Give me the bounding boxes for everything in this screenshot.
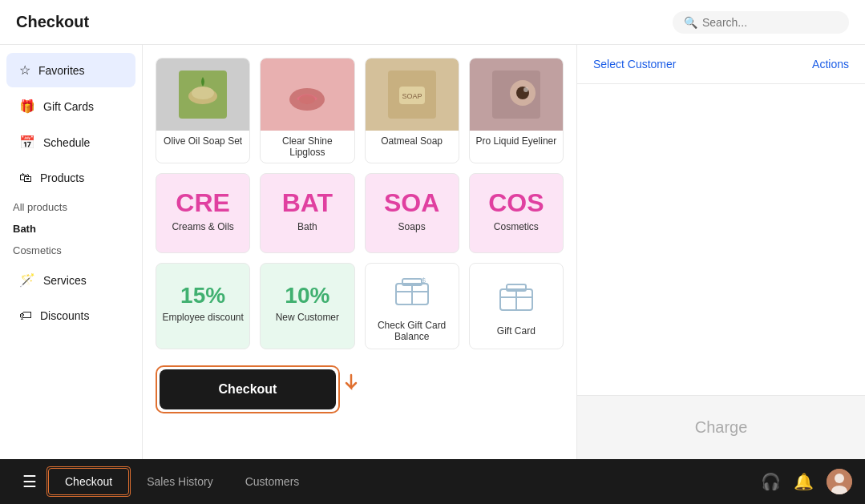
sidebar-item-services[interactable]: 🪄 Services [6,263,135,297]
sidebar-item-gift-cards[interactable]: 🎁 Gift Cards [6,89,135,123]
sidebar-sub-bath[interactable]: Bath [0,218,142,240]
sidebar-item-label: Services [43,274,87,287]
main-layout: ☆ Favorites 🎁 Gift Cards 📅 Schedule 🛍 Pr… [0,45,865,459]
product-label: Clear Shine Lipgloss [261,131,354,163]
product-label: Oatmeal Soap [366,131,459,151]
svg-point-12 [523,87,528,92]
sidebar: ☆ Favorites 🎁 Gift Cards 📅 Schedule 🛍 Pr… [0,45,143,459]
gift-card-balance-label: Check Gift Card Balance [366,320,459,349]
product-photo-grid: Olive Oil Soap Set Clear Shine Lipgloss … [156,58,564,163]
product-card-olive-oil-soap[interactable]: Olive Oil Soap Set [156,58,250,163]
category-name: Cosmetics [494,221,539,239]
bottom-nav: ☰ Checkout Sales History Customers 🎧 🔔 [0,459,865,504]
discount-name: Employee discount [162,312,243,329]
headset-icon[interactable]: 🎧 [761,472,781,491]
sidebar-sub-cosmetics[interactable]: Cosmetics [0,240,142,261]
product-label: Pro Liquid Eyeliner [470,131,563,151]
category-name: Soaps [398,221,426,239]
svg-point-23 [835,474,844,483]
schedule-icon: 📅 [19,135,35,150]
discount-pct: 15% [180,283,225,308]
svg-text:$: $ [422,277,426,284]
product-area: Olive Oil Soap Set Clear Shine Lipgloss … [143,45,576,459]
services-icon: 🪄 [19,272,35,288]
gift-card-label: Gift Card [492,325,540,343]
product-card-lipgloss[interactable]: Clear Shine Lipgloss [260,58,354,163]
category-name: Creams & Oils [172,221,233,239]
nav-icons: 🎧 🔔 [761,469,852,494]
category-abbr: SOA [384,188,439,218]
nav-item-checkout[interactable]: Checkout [48,468,129,495]
svg-point-5 [299,95,315,104]
gift-card-card[interactable]: Gift Card [469,263,564,349]
right-header: Select Customer Actions [577,45,865,84]
product-card-oatmeal-soap[interactable]: SOAP Oatmeal Soap [365,58,459,163]
nav-item-sales-history[interactable]: Sales History [131,469,228,494]
discount-pct: 10% [285,283,329,308]
svg-point-2 [192,87,214,99]
sidebar-item-label: Gift Cards [43,100,94,113]
checkout-button[interactable]: Checkout [160,369,336,409]
search-input[interactable] [702,16,831,29]
svg-text:SOAP: SOAP [402,92,422,100]
sidebar-item-favorites[interactable]: ☆ Favorites [6,53,135,87]
category-name: Bath [297,221,317,239]
sidebar-item-products[interactable]: 🛍 Products [6,161,135,195]
bell-icon[interactable]: 🔔 [794,472,814,491]
checkout-button-outer: Checkout [156,365,340,413]
category-abbr: COS [488,188,544,218]
category-abbr: BAT [282,188,333,218]
sidebar-item-schedule[interactable]: 📅 Schedule [6,125,135,159]
top-bar: Checkout 🔍 [0,0,865,45]
sidebar-item-discounts[interactable]: 🏷 Discounts [6,299,135,333]
category-card-soa[interactable]: SOA Soaps [365,173,459,253]
category-abbr: CRE [176,188,230,218]
discounts-icon: 🏷 [19,308,32,323]
actions-button[interactable]: Actions [812,58,849,71]
charge-area: Charge [577,395,865,459]
category-card-cos[interactable]: COS Cosmetics [469,173,564,253]
sidebar-item-label: Favorites [38,64,85,77]
checkout-arrow-icon [342,373,361,393]
gift-cards-icon: 🎁 [19,99,35,114]
discount-card-employee[interactable]: 15% Employee discount [156,263,250,349]
nav-item-customers[interactable]: Customers [229,469,316,494]
sidebar-item-label: Products [40,171,84,184]
sidebar-item-label: Discounts [40,309,89,322]
checkout-btn-area: Checkout [156,359,564,413]
search-icon: 🔍 [684,16,697,29]
discount-name: New Customer [276,312,339,329]
category-card-cre[interactable]: CRE Creams & Oils [156,173,250,253]
order-content [577,84,865,395]
product-card-eyeliner[interactable]: Pro Liquid Eyeliner [469,58,564,163]
right-panel: Select Customer Actions Charge [576,45,865,459]
charge-button[interactable]: Charge [695,418,748,437]
hamburger-menu[interactable]: ☰ [13,466,46,498]
checkout-nav-border: Checkout [46,466,131,497]
sidebar-sub-all-products[interactable]: All products [0,196,142,218]
discount-grid: 15% Employee discount 10% New Customer $… [156,263,564,349]
avatar[interactable] [827,469,852,494]
products-icon: 🛍 [19,171,32,185]
discount-card-new-customer[interactable]: 10% New Customer [260,263,354,349]
favorites-icon: ☆ [19,62,30,78]
sidebar-item-label: Schedule [43,136,90,149]
gift-card-balance-card[interactable]: $ Check Gift Card Balance [365,263,459,349]
page-title: Checkout [16,13,673,31]
search-bar[interactable]: 🔍 [673,11,849,34]
category-grid: CRE Creams & Oils BAT Bath SOA Soaps COS… [156,173,564,253]
select-customer-btn[interactable]: Select Customer [593,58,676,71]
category-card-bat[interactable]: BAT Bath [260,173,354,253]
product-label: Olive Oil Soap Set [156,131,249,151]
